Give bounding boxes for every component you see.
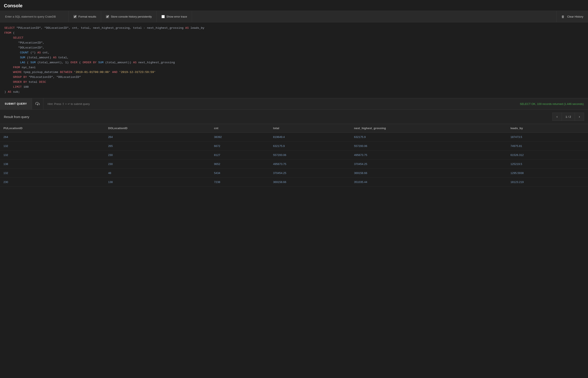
col-header-next_highest_grossing: next_highest_grossing	[350, 124, 507, 133]
sql-line-7: SUM (total_amount) AS total,	[4, 55, 584, 60]
results-section: Result from query ‹ 1 / 2 › PULocationID…	[0, 110, 588, 187]
table-cell: 74975.81	[507, 142, 588, 151]
table-cell: 187473.5	[507, 133, 588, 142]
table-cell: 264	[105, 133, 211, 142]
col-header-cnt: cnt	[211, 124, 270, 133]
sql-editor[interactable]: SELECT "PULocationID", "DOLocationID", c…	[0, 22, 588, 98]
next-page-button[interactable]: ›	[575, 113, 584, 121]
show-error-trace-option[interactable]: Show error trace	[157, 11, 192, 22]
sql-line-6: COUNT (*) AS cnt,	[4, 50, 584, 55]
table-cell: 230	[0, 178, 105, 187]
store-history-label: Store console history persistently	[111, 15, 152, 18]
table-row: 26426438392819649.4632175.9187473.5	[0, 133, 588, 142]
table-cell: 495673.75	[270, 160, 351, 169]
col-header-dolocationid: DOLocationID	[105, 124, 211, 133]
show-error-trace-label: Show error trace	[166, 15, 187, 18]
sql-line-8: LAG ( SUM (total_amount), 1) OVER ( ORDE…	[4, 60, 584, 65]
table-cell: 138	[0, 160, 105, 169]
table-cell: 6672	[211, 142, 270, 151]
sql-line-5: "DOLocationID",	[4, 45, 584, 50]
table-row: 1322308127557200.06495673.7561526.312	[0, 151, 588, 160]
page-info: 1 / 2	[562, 113, 575, 121]
clear-history-label: Clear History	[567, 15, 583, 18]
table-cell: 132	[0, 142, 105, 151]
table-cell: 264	[0, 133, 105, 142]
table-cell: 369158.66	[270, 178, 351, 187]
upload-icon	[35, 102, 40, 106]
results-title: Result from query	[4, 115, 552, 119]
trash-icon: 🗑	[561, 15, 565, 18]
table-cell: 5434	[211, 169, 270, 178]
sql-line-3: SELECT	[4, 36, 584, 40]
sql-line-4: "PULocationID",	[4, 40, 584, 45]
table-cell: 819649.4	[270, 133, 351, 142]
success-message: SELECT OK, 100 records returned (1.446 s…	[516, 102, 588, 106]
sql-line-1: SELECT "PULocationID", "DOLocationID", c…	[4, 26, 584, 31]
prev-page-button[interactable]: ‹	[552, 113, 562, 121]
format-results-checkbox[interactable]	[73, 15, 77, 18]
hint-text: Hint: Press ⇧ + ↵ to submit query	[43, 102, 516, 106]
col-header-pulocationid: PULocationID	[0, 124, 105, 133]
show-error-trace-checkbox[interactable]	[161, 15, 165, 18]
sql-line-13: LIMIT 100	[4, 85, 584, 90]
editor-label: Enter a SQL statement to query CrateDB	[0, 11, 69, 22]
sql-line-10: WHERE tpep_pickup_datetime BETWEEN '2019…	[4, 70, 584, 75]
store-history-option[interactable]: Store console history persistently	[101, 11, 157, 22]
table-cell: 38392	[211, 133, 270, 142]
sql-line-12: ORDER BY total DESC	[4, 80, 584, 85]
table-cell: 632175.9	[350, 133, 507, 142]
pagination: ‹ 1 / 2 ›	[552, 113, 584, 121]
table-cell: 351035.44	[350, 178, 507, 187]
results-table: PULocationIDDOLocationIDcnttotalnext_hig…	[0, 124, 588, 187]
table-cell: 265	[105, 142, 211, 151]
table-cell: 132	[0, 169, 105, 178]
table-cell: 557200.06	[350, 142, 507, 151]
toolbar-options: Format results Store console history per…	[69, 11, 588, 22]
table-cell: 9652	[211, 160, 270, 169]
sql-line-11: GROUP BY "PULocationID", "DOLocationID"	[4, 75, 584, 80]
table-row: 2301387238369158.66351035.4418123.219	[0, 178, 588, 187]
table-cell: 8127	[211, 151, 270, 160]
export-icon-button[interactable]	[32, 98, 43, 109]
table-row: 1382309652495673.75370454.25125219.5	[0, 160, 588, 169]
results-header: Result from query ‹ 1 / 2 ›	[0, 110, 588, 124]
table-header-row: PULocationIDDOLocationIDcnttotalnext_hig…	[0, 124, 588, 133]
col-header-leads_by: leads_by	[507, 124, 588, 133]
sql-line-9: FROM nyc_taxi	[4, 65, 584, 70]
table-cell: 230	[105, 151, 211, 160]
format-results-option[interactable]: Format results	[69, 11, 101, 22]
table-cell: 61526.312	[507, 151, 588, 160]
table-cell: 230	[105, 160, 211, 169]
table-row: 1322656672632175.9557200.0674975.81	[0, 142, 588, 151]
table-cell: 138	[105, 178, 211, 187]
table-row: 132485434370454.25369158.661295.5938	[0, 169, 588, 178]
table-cell: 132	[0, 151, 105, 160]
table-cell: 632175.9	[270, 142, 351, 151]
table-cell: 125219.5	[507, 160, 588, 169]
clear-history-button[interactable]: 🗑 Clear History	[557, 11, 588, 22]
table-cell: 557200.06	[270, 151, 351, 160]
format-results-label: Format results	[78, 15, 96, 18]
table-cell: 48	[105, 169, 211, 178]
table-cell: 370454.25	[270, 169, 351, 178]
store-history-checkbox[interactable]	[106, 15, 109, 18]
sql-line-2: FROM (	[4, 31, 584, 36]
table-cell: 18123.219	[507, 178, 588, 187]
table-cell: 7238	[211, 178, 270, 187]
table-cell: 495673.75	[350, 151, 507, 160]
sql-line-14: ) AS sub;	[4, 90, 584, 94]
submit-bar: SUBMIT QUERY Hint: Press ⇧ + ↵ to submit…	[0, 98, 588, 110]
page-title: Console	[0, 0, 588, 11]
col-header-total: total	[270, 124, 351, 133]
table-cell: 369158.66	[350, 169, 507, 178]
submit-query-button[interactable]: SUBMIT QUERY	[0, 98, 32, 109]
toolbar: Enter a SQL statement to query CrateDB F…	[0, 11, 588, 22]
table-cell: 1295.5938	[507, 169, 588, 178]
table-cell: 370454.25	[350, 160, 507, 169]
